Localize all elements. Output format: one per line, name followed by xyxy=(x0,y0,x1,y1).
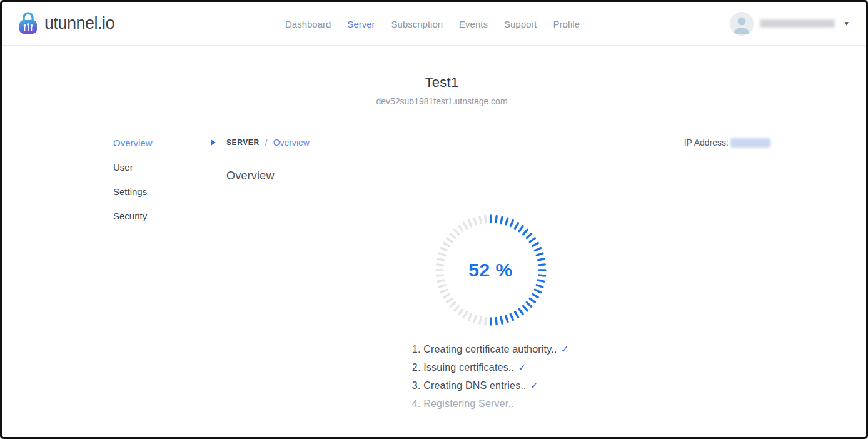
step-label: 2. Issuing certificates.. xyxy=(412,362,514,373)
user-menu[interactable]: ▼ xyxy=(730,12,850,36)
top-header: utunnel.io Dashboard Server Subscription… xyxy=(2,2,866,46)
main-panel: SERVER / Overview IP Address: Overview 5… xyxy=(211,138,770,413)
nav-server[interactable]: Server xyxy=(347,19,375,29)
sidebar-collapse-arrow-icon[interactable] xyxy=(211,139,216,146)
overview-heading: Overview xyxy=(226,169,770,183)
nav-profile[interactable]: Profile xyxy=(553,19,580,29)
user-name-redacted xyxy=(760,19,835,28)
step-label: 1. Creating certificate authority.. xyxy=(412,344,557,355)
sidebar-item-settings[interactable]: Settings xyxy=(113,186,211,197)
breadcrumb: SERVER / Overview IP Address: xyxy=(211,138,770,148)
provisioning-progress: 52 % 1. Creating certificate authority..… xyxy=(211,214,770,413)
breadcrumb-section: SERVER xyxy=(226,138,260,147)
breadcrumb-separator: / xyxy=(265,138,268,148)
step-item: 2. Issuing certificates..✓ xyxy=(412,358,569,376)
step-label: 4. Registering Server.. xyxy=(412,398,514,409)
sidebar-item-overview[interactable]: Overview xyxy=(113,138,211,148)
check-icon: ✓ xyxy=(518,362,527,373)
ip-address: IP Address: xyxy=(684,138,770,148)
progress-ring: 52 % xyxy=(435,214,547,326)
padlock-logo-icon xyxy=(17,10,39,38)
breadcrumb-page-link[interactable]: Overview xyxy=(273,138,310,148)
brand-name: utunnel.io xyxy=(44,14,114,33)
nav-events[interactable]: Events xyxy=(459,19,488,29)
avatar xyxy=(730,12,754,36)
server-title-block: Test1 dev52sub1981test1.utnstage.com xyxy=(113,46,770,106)
ip-address-label: IP Address: xyxy=(684,138,729,148)
content-area: Test1 dev52sub1981test1.utnstage.com Ove… xyxy=(113,46,770,413)
step-item: 4. Registering Server.. xyxy=(412,395,569,413)
step-item: 1. Creating certificate authority..✓ xyxy=(412,340,569,358)
provisioning-steps: 1. Creating certificate authority..✓ 2. … xyxy=(412,340,569,413)
sidebar: Overview User Settings Security xyxy=(113,138,211,413)
server-domain: dev52sub1981test1.utnstage.com xyxy=(113,96,770,106)
step-label: 3. Creating DNS entries.. xyxy=(412,380,527,391)
nav-dashboard[interactable]: Dashboard xyxy=(285,19,331,29)
server-name: Test1 xyxy=(113,74,770,91)
check-icon: ✓ xyxy=(530,380,539,391)
sidebar-item-security[interactable]: Security xyxy=(113,211,211,221)
main-nav: Dashboard Server Subscription Events Sup… xyxy=(277,2,588,46)
chevron-down-icon: ▼ xyxy=(844,20,850,27)
step-item: 3. Creating DNS entries..✓ xyxy=(412,376,569,395)
nav-support[interactable]: Support xyxy=(504,19,537,29)
app-window: utunnel.io Dashboard Server Subscription… xyxy=(0,0,868,439)
check-icon: ✓ xyxy=(561,344,570,355)
progress-percent: 52 % xyxy=(435,214,547,326)
ip-address-value-redacted xyxy=(730,138,770,148)
nav-subscription[interactable]: Subscription xyxy=(391,19,443,29)
brand-logo[interactable]: utunnel.io xyxy=(17,10,114,38)
sidebar-item-user[interactable]: User xyxy=(113,162,211,173)
